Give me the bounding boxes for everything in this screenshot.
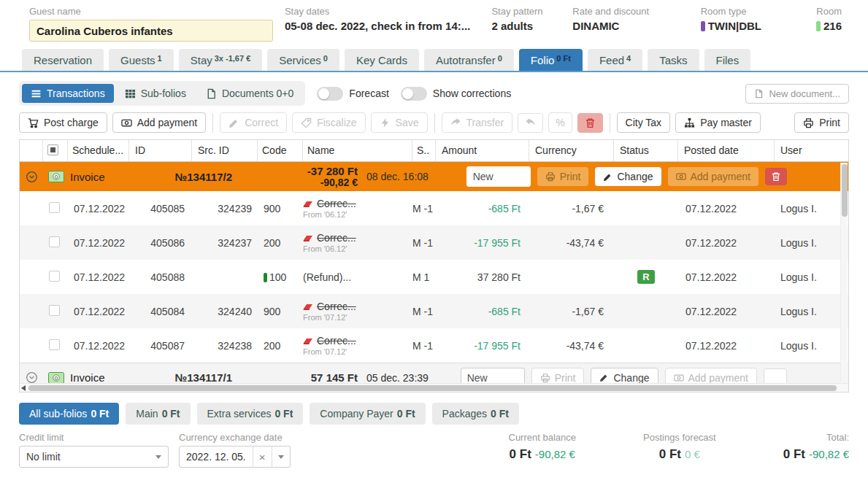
- pencil-icon: [599, 373, 609, 382]
- horizontal-scrollbar-thumb[interactable]: [28, 385, 837, 391]
- room-type-value: TWIN|DBL: [701, 20, 761, 32]
- col-currency[interactable]: Currency: [529, 140, 614, 161]
- cell-code: 900: [258, 306, 303, 317]
- transfer-button[interactable]: Transfer: [442, 112, 513, 133]
- col-amount[interactable]: Amount: [436, 140, 529, 161]
- invoice-change-button[interactable]: Change: [595, 167, 661, 186]
- invoice-add-payment-button[interactable]: Add payment: [665, 368, 758, 384]
- exchange-date-value[interactable]: 2022. 12. 05.: [180, 451, 253, 463]
- cell-user: Logus I.: [775, 237, 848, 249]
- invoice-group-row[interactable]: 0 Invoice №134117/1 57 145 Ft 05 dec. 23…: [20, 363, 848, 383]
- subfolio-tab-main[interactable]: Main0 Ft: [126, 403, 190, 425]
- invoice-group-row-selected[interactable]: 0 Invoice №134117/2 -37 280 Ft -90,82 € …: [20, 162, 848, 191]
- forecast-toggle[interactable]: Forecast: [317, 87, 388, 101]
- collapse-chevron-icon[interactable]: [26, 371, 38, 383]
- col-src-id[interactable]: Src. ID: [192, 140, 258, 161]
- tab-services[interactable]: Services0: [267, 49, 339, 71]
- new-document-button[interactable]: New document...: [745, 84, 849, 104]
- invoice-status-input[interactable]: [461, 368, 525, 384]
- total-label: Total:: [783, 432, 849, 443]
- tab-reservation[interactable]: Reservation: [22, 49, 104, 71]
- col-name[interactable]: Name: [303, 140, 412, 161]
- row-checkbox[interactable]: [49, 339, 60, 350]
- invoice-delete-button[interactable]: [765, 168, 787, 185]
- table-row[interactable]: 07.12.2022 405088 100 (Refund)... M 1 37…: [20, 260, 848, 294]
- horizontal-scrollbar[interactable]: [20, 383, 848, 392]
- table-row[interactable]: 07.12.2022 405085 324239 900 Correc... F…: [20, 191, 848, 225]
- table-row[interactable]: 07.12.2022 405087 324238 200 Correc... F…: [20, 328, 848, 363]
- save-button[interactable]: Save: [371, 112, 428, 133]
- show-corrections-toggle-track[interactable]: [401, 87, 427, 101]
- col-code[interactable]: Code: [258, 140, 303, 161]
- tab-folio[interactable]: Folio0 Ft: [519, 49, 583, 71]
- cell-schedule: 07.12.2022: [68, 340, 129, 352]
- tab-key-cards[interactable]: Key Cards: [345, 49, 419, 71]
- credit-limit-label: Credit limit: [19, 432, 169, 443]
- exchange-date-picker[interactable]: 2022. 12. 05. ×: [179, 446, 291, 468]
- delete-button[interactable]: [577, 113, 603, 133]
- scroll-left-arrow-icon[interactable]: [21, 385, 26, 391]
- invoice-status-input[interactable]: [466, 166, 531, 187]
- chevron-down-icon: [155, 455, 161, 459]
- tab-autotransfer[interactable]: Autotransfer0: [424, 49, 514, 71]
- undo-button[interactable]: [518, 113, 543, 133]
- col-posted-date[interactable]: Posted date: [678, 140, 775, 161]
- row-checkbox[interactable]: [49, 305, 60, 316]
- clear-date-button[interactable]: ×: [253, 446, 272, 467]
- correct-button[interactable]: Correct: [220, 112, 287, 133]
- col-s[interactable]: S..: [412, 140, 436, 161]
- col-status[interactable]: Status: [614, 140, 678, 161]
- cell-currency: -1,67 €: [529, 203, 614, 214]
- subfolio-tab-packages[interactable]: Packages0 Ft: [432, 403, 519, 425]
- row-checkbox[interactable]: [49, 202, 60, 213]
- pay-master-button[interactable]: Pay master: [675, 112, 761, 133]
- subfolio-tab-extra-services[interactable]: Extra services0 Ft: [197, 403, 304, 425]
- svg-text:0: 0: [55, 375, 58, 382]
- transactions-view-button[interactable]: Transactions: [22, 84, 114, 103]
- vertical-scrollbar-thumb[interactable]: [842, 164, 848, 217]
- cell-name: Correc... From '07.12': [303, 335, 412, 356]
- svg-text:0: 0: [55, 174, 58, 180]
- tab-files[interactable]: Files: [704, 49, 751, 71]
- documents-view-button[interactable]: Documents 0+0: [197, 84, 302, 103]
- subfolios-view-button[interactable]: Sub-folios: [116, 84, 195, 103]
- guest-name-input[interactable]: [29, 20, 273, 42]
- invoice-add-payment-button[interactable]: Add payment: [668, 167, 759, 186]
- vertical-scrollbar[interactable]: [840, 163, 848, 382]
- table-row[interactable]: 07.12.2022 405084 324240 900 Correc... F…: [20, 294, 848, 328]
- invoice-change-button[interactable]: Change: [591, 368, 658, 384]
- forecast-toggle-track[interactable]: [317, 87, 343, 101]
- subfolio-tab-company-payer[interactable]: Company Payer0 Ft: [310, 403, 425, 425]
- tab-tasks[interactable]: Tasks: [648, 49, 699, 71]
- select-all-checkbox[interactable]: [47, 144, 58, 155]
- tab-feed[interactable]: Feed4: [588, 49, 642, 71]
- row-checkbox[interactable]: [49, 271, 60, 282]
- fiscalize-button[interactable]: Fiscalize: [292, 112, 365, 133]
- row-checkbox[interactable]: [49, 236, 60, 247]
- invoice-delete-button[interactable]: [764, 368, 787, 384]
- grid-icon: [125, 88, 136, 99]
- invoice-print-button[interactable]: Print: [531, 368, 585, 384]
- col-user[interactable]: User: [775, 140, 848, 161]
- col-id[interactable]: ID: [129, 140, 192, 161]
- show-corrections-toggle[interactable]: Show corrections: [401, 87, 511, 101]
- transactions-table: Schedule... ID Src. ID Code Name S.. Amo…: [19, 139, 849, 393]
- date-dropdown-button[interactable]: [272, 446, 290, 467]
- collapse-chevron-icon[interactable]: [26, 171, 38, 183]
- cell-schedule: 07.12.2022: [68, 203, 129, 214]
- credit-limit-select[interactable]: No limit: [19, 446, 169, 468]
- discount-percent-button[interactable]: %: [548, 112, 572, 133]
- city-tax-button[interactable]: City Tax: [617, 112, 671, 133]
- tab-stay[interactable]: Stay3x -1,67 €: [179, 49, 263, 71]
- col-schedule[interactable]: Schedule...: [68, 140, 129, 161]
- invoice-print-button[interactable]: Print: [537, 167, 589, 186]
- subfolio-tab-all[interactable]: All sub-folios0 Ft: [19, 403, 119, 425]
- tab-guests[interactable]: Guests1: [109, 49, 174, 71]
- cell-src-id: 324239: [192, 203, 258, 214]
- select-all-header: [43, 140, 68, 161]
- add-payment-button[interactable]: Add payment: [112, 112, 207, 133]
- print-button[interactable]: Print: [794, 112, 849, 133]
- post-charge-button[interactable]: Post charge: [19, 112, 107, 133]
- subfolio-tabs: All sub-folios0 Ft Main0 Ft Extra servic…: [19, 403, 849, 425]
- table-row[interactable]: 07.12.2022 405086 324237 200 Correc... F…: [20, 225, 848, 260]
